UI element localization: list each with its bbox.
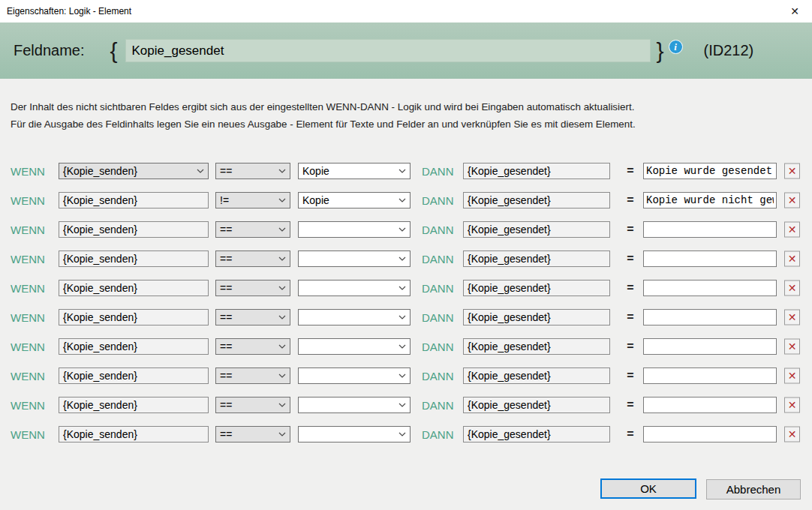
delete-row-button[interactable]: ✕ xyxy=(784,221,800,237)
target-field: {Kopie_gesendet} xyxy=(463,280,610,296)
operator-select[interactable]: == xyxy=(215,221,290,238)
target-field: {Kopie_gesendet} xyxy=(463,250,610,267)
condition-field-value: {Kopie_senden} xyxy=(63,253,137,265)
operator-value: == xyxy=(220,282,232,294)
result-input[interactable] xyxy=(643,250,777,267)
cancel-button[interactable]: Abbrechen xyxy=(706,479,801,500)
condition-field-value: {Kopie_senden} xyxy=(63,282,137,294)
operator-select[interactable]: == xyxy=(215,309,290,326)
fieldname-input[interactable] xyxy=(125,39,651,62)
condition-field-value: {Kopie_senden} xyxy=(63,165,137,177)
delete-row-button[interactable]: ✕ xyxy=(784,250,800,266)
target-field-value: {Kopie_gesendet} xyxy=(468,194,551,206)
condition-field-select: {Kopie_senden} xyxy=(59,426,209,442)
delete-row-button[interactable]: ✕ xyxy=(784,397,800,412)
info-icon[interactable]: i xyxy=(669,40,683,54)
logic-row: WENN {Kopie_senden} == DANN {Kopie_gesen… xyxy=(0,332,812,361)
description-text: Der Inhalt des nicht sichtbaren Feldes e… xyxy=(11,98,801,133)
delete-row-button[interactable]: ✕ xyxy=(784,426,800,442)
target-field: {Kopie_gesendet} xyxy=(463,426,610,442)
condition-field-select[interactable]: {Kopie_senden} xyxy=(59,163,209,179)
condition-field-select: {Kopie_senden} xyxy=(59,368,209,384)
result-input[interactable] xyxy=(643,221,777,238)
chevron-down-icon xyxy=(398,315,406,320)
operator-value: == xyxy=(220,311,232,323)
operator-select[interactable]: == xyxy=(215,397,290,413)
chevron-down-icon xyxy=(278,315,286,320)
operator-select[interactable]: == xyxy=(215,163,290,179)
condition-field-value: {Kopie_senden} xyxy=(63,311,137,323)
operator-value: == xyxy=(220,253,232,265)
delete-row-button[interactable]: ✕ xyxy=(784,280,800,296)
result-input[interactable] xyxy=(643,280,777,296)
condition-field-value: {Kopie_senden} xyxy=(63,428,137,440)
logic-row: WENN {Kopie_senden} == Kopie DANN {Kopie… xyxy=(0,156,812,185)
value-select[interactable] xyxy=(298,280,411,296)
operator-value: == xyxy=(220,340,232,352)
dann-label: DANN xyxy=(422,223,454,236)
wenn-label: WENN xyxy=(11,398,45,411)
target-field-value: {Kopie_gesendet} xyxy=(468,282,551,294)
wenn-label: WENN xyxy=(11,223,45,236)
header-bar: Feldname: { } i (ID212) xyxy=(0,22,812,79)
equals-sign: = xyxy=(623,310,638,324)
result-input[interactable] xyxy=(643,338,777,355)
ok-button[interactable]: OK xyxy=(600,478,696,499)
operator-select[interactable]: != xyxy=(215,192,290,208)
value-select[interactable]: Kopie xyxy=(298,192,411,208)
delete-row-button[interactable]: ✕ xyxy=(784,192,800,208)
condition-field-select: {Kopie_senden} xyxy=(59,250,209,267)
value-value: Kopie xyxy=(302,165,329,177)
condition-field-select: {Kopie_senden} xyxy=(59,192,209,208)
chevron-down-icon xyxy=(398,432,406,436)
chevron-down-icon xyxy=(398,344,406,349)
operator-value: != xyxy=(220,194,229,206)
result-input[interactable] xyxy=(643,426,777,442)
equals-sign: = xyxy=(623,223,638,236)
target-field-value: {Kopie_gesendet} xyxy=(468,399,551,411)
open-brace: { xyxy=(110,40,118,62)
value-select[interactable] xyxy=(298,397,411,413)
equals-sign: = xyxy=(623,428,638,441)
properties-dialog: Eigenschaften: Logik - Element ✕ Feldnam… xyxy=(0,0,812,510)
close-icon[interactable]: ✕ xyxy=(777,0,812,22)
delete-row-button[interactable]: ✕ xyxy=(784,338,800,354)
operator-select[interactable]: == xyxy=(215,338,290,355)
chevron-down-icon xyxy=(398,286,406,290)
target-field: {Kopie_gesendet} xyxy=(463,397,610,413)
operator-value: == xyxy=(220,399,232,411)
value-select[interactable] xyxy=(298,250,411,267)
target-field-value: {Kopie_gesendet} xyxy=(468,311,551,323)
equals-sign: = xyxy=(623,252,638,266)
value-select[interactable] xyxy=(298,221,411,238)
value-select[interactable] xyxy=(298,426,411,442)
value-select[interactable]: Kopie xyxy=(298,163,411,179)
description-line-2: Für die Ausgabe des Feldinhalts legen Si… xyxy=(11,116,801,133)
value-select[interactable] xyxy=(298,368,411,384)
result-input[interactable] xyxy=(643,192,777,208)
operator-select[interactable]: == xyxy=(215,426,290,442)
result-input[interactable] xyxy=(643,309,777,326)
value-select[interactable] xyxy=(298,338,411,355)
close-brace: } xyxy=(657,40,664,62)
target-field: {Kopie_gesendet} xyxy=(463,338,610,355)
result-input[interactable] xyxy=(643,368,777,384)
operator-select[interactable]: == xyxy=(215,250,290,267)
chevron-down-icon xyxy=(278,286,286,290)
value-select[interactable] xyxy=(298,309,411,326)
result-input[interactable] xyxy=(643,163,777,179)
wenn-label: WENN xyxy=(11,281,45,294)
fieldname-label: Feldname: xyxy=(14,42,85,59)
delete-row-button[interactable]: ✕ xyxy=(784,309,800,325)
result-input[interactable] xyxy=(643,397,777,413)
dann-label: DANN xyxy=(422,194,454,206)
operator-select[interactable]: == xyxy=(215,368,290,384)
chevron-down-icon xyxy=(278,403,286,407)
element-id: (ID212) xyxy=(704,42,754,59)
condition-field-select: {Kopie_senden} xyxy=(59,397,209,413)
delete-row-button[interactable]: ✕ xyxy=(784,163,800,178)
delete-row-button[interactable]: ✕ xyxy=(784,368,800,383)
operator-select[interactable]: == xyxy=(215,280,290,296)
chevron-down-icon xyxy=(398,198,406,202)
chevron-down-icon xyxy=(398,169,406,173)
